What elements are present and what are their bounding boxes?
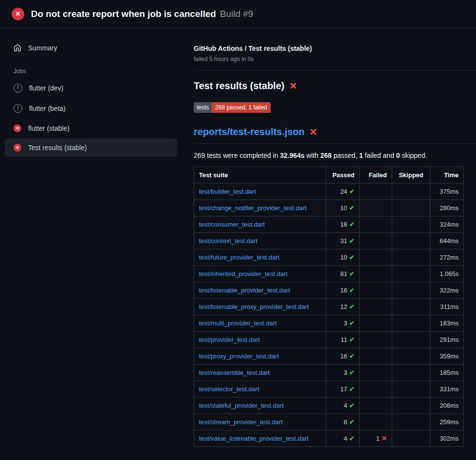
passed-cell: 4✔	[326, 430, 360, 447]
check-icon: ✔	[349, 204, 354, 212]
jobs-list: !flutter (dev)!flutter (beta)✕flutter (s…	[5, 78, 177, 157]
summary-text: 269 tests were completed in	[194, 152, 280, 159]
passed-count: 12	[340, 303, 347, 310]
passed-cell: 4✔	[326, 398, 360, 414]
suite-cell: test/change_notifier_provider_test.dart	[194, 200, 326, 216]
skipped-cell	[392, 332, 430, 348]
time-cell: 322ms	[430, 282, 464, 299]
check-icon: ✔	[349, 188, 354, 195]
time-cell: 291ms	[430, 332, 464, 348]
test-suite-link[interactable]: test/multi_provider_test.dart	[199, 320, 276, 327]
passed-count: 81	[340, 270, 347, 277]
section-title-text: Test results (stable)	[194, 80, 284, 92]
failed-cell	[360, 315, 392, 332]
sidebar-item-job-3[interactable]: ✕Test results (stable)	[5, 138, 177, 157]
failed-cell: 1✕	[360, 430, 392, 447]
table-row: test/consumer_test.dart18✔324ms	[194, 216, 464, 233]
time-cell: 185ms	[430, 365, 464, 381]
skipped-cell	[392, 200, 430, 216]
failed-cell	[360, 233, 392, 249]
report-failed-x-icon: ✕	[309, 127, 317, 137]
test-suite-link[interactable]: test/value_listenable_provider_test.dart	[199, 435, 308, 442]
passed-count: 3	[344, 369, 347, 376]
skipped-cell	[392, 381, 430, 398]
sidebar-item-job-1[interactable]: !flutter (beta)	[5, 99, 177, 118]
failed-count: 1	[376, 435, 380, 442]
failed-cell	[360, 398, 392, 414]
column-header-test-suite: Test suite	[194, 167, 326, 184]
sidebar-item-job-2[interactable]: ✕flutter (stable)	[5, 119, 177, 138]
passed-count: 17	[340, 385, 347, 393]
job-label: flutter (stable)	[28, 124, 70, 132]
job-cancelled-icon: !	[14, 84, 22, 92]
test-suite-link[interactable]: test/reassemble_test.dart	[199, 369, 270, 376]
suite-cell: test/proxy_provider_test.dart	[194, 348, 326, 365]
test-suite-link[interactable]: test/stream_provider_test.dart	[199, 418, 283, 426]
failed-cell	[360, 348, 392, 365]
results-table-body: test/builder_test.dart24✔375mstest/chang…	[194, 184, 464, 447]
test-suite-link[interactable]: test/future_provider_test.dart	[199, 254, 279, 261]
report-link[interactable]: reports/test-results.json	[194, 126, 305, 138]
table-row: test/builder_test.dart24✔375ms	[194, 184, 464, 200]
build-number: Build #9	[220, 9, 253, 19]
passed-cell: 12✔	[326, 299, 360, 315]
results-table: Test suitePassedFailedSkippedTime test/b…	[194, 167, 464, 447]
passed-cell: 8✔	[326, 414, 360, 430]
test-suite-link[interactable]: test/listenable_provider_test.dart	[199, 287, 290, 294]
sidebar-item-summary[interactable]: Summary	[5, 39, 177, 57]
test-suite-link[interactable]: test/consumer_test.dart	[199, 221, 265, 228]
test-suite-link[interactable]: test/context_test.dart	[199, 237, 258, 245]
failed-cell	[360, 249, 392, 266]
table-row: test/stream_provider_test.dart8✔259ms	[194, 414, 464, 430]
failed-cell	[360, 200, 392, 216]
failed-cell	[360, 282, 392, 299]
test-suite-link[interactable]: test/inherited_provider_test.dart	[199, 270, 288, 277]
failed-x-icon: ✕	[289, 81, 297, 91]
table-row: test/listenable_proxy_provider_test.dart…	[194, 299, 464, 315]
sidebar-item-job-0[interactable]: !flutter (dev)	[5, 78, 177, 98]
suite-cell: test/listenable_proxy_provider_test.dart	[194, 299, 326, 315]
test-suite-link[interactable]: test/listenable_proxy_provider_test.dart	[199, 303, 309, 310]
suite-cell: test/builder_test.dart	[194, 184, 326, 200]
passed-cell: 16✔	[326, 348, 360, 365]
skipped-cell	[392, 348, 430, 365]
failed-cell	[360, 184, 392, 200]
suite-cell: test/consumer_test.dart	[194, 216, 326, 233]
build-failed-icon: ✕	[12, 8, 24, 20]
summary-passed-count: 268	[321, 152, 332, 159]
skipped-cell	[392, 184, 430, 200]
main-content: GitHub Actions / Test results (stable) f…	[182, 28, 476, 447]
suite-cell: test/multi_provider_test.dart	[194, 315, 326, 332]
home-icon	[14, 44, 21, 52]
table-row: test/proxy_provider_test.dart16✔359ms	[194, 348, 464, 365]
passed-cell: 3✔	[326, 315, 360, 332]
tests-badge-value: 268 passed, 1 failed	[212, 102, 270, 113]
suite-cell: test/inherited_provider_test.dart	[194, 266, 326, 282]
check-icon: ✔	[349, 402, 354, 409]
test-suite-link[interactable]: test/change_notifier_provider_test.dart	[199, 204, 307, 212]
passed-cell: 18✔	[326, 216, 360, 233]
time-cell: 206ms	[430, 398, 464, 414]
skipped-cell	[392, 282, 430, 299]
time-cell: 183ms	[430, 315, 464, 332]
skipped-cell	[392, 414, 430, 430]
passed-count: 16	[340, 353, 347, 360]
passed-count: 18	[340, 221, 347, 228]
skipped-cell	[392, 365, 430, 381]
failed-cell	[360, 365, 392, 381]
suite-cell: test/selector_test.dart	[194, 381, 326, 398]
passed-count: 3	[344, 320, 347, 327]
summary-text: failed and	[363, 152, 397, 159]
passed-count: 16	[340, 287, 347, 294]
test-suite-link[interactable]: test/stateful_provider_test.dart	[199, 402, 284, 409]
test-suite-link[interactable]: test/provider_test.dart	[199, 336, 260, 343]
skipped-cell	[392, 398, 430, 414]
page-layout: Summary Jobs !flutter (dev)!flutter (bet…	[0, 28, 476, 447]
test-suite-link[interactable]: test/proxy_provider_test.dart	[199, 353, 279, 360]
test-suite-link[interactable]: test/selector_test.dart	[199, 385, 259, 393]
breadcrumb: GitHub Actions / Test results (stable)	[194, 45, 476, 52]
summary-text: passed,	[332, 152, 359, 159]
page-header: ✕ Do not create report when job is cance…	[0, 0, 476, 28]
test-suite-link[interactable]: test/builder_test.dart	[199, 188, 256, 195]
passed-cell: 24✔	[326, 184, 360, 200]
